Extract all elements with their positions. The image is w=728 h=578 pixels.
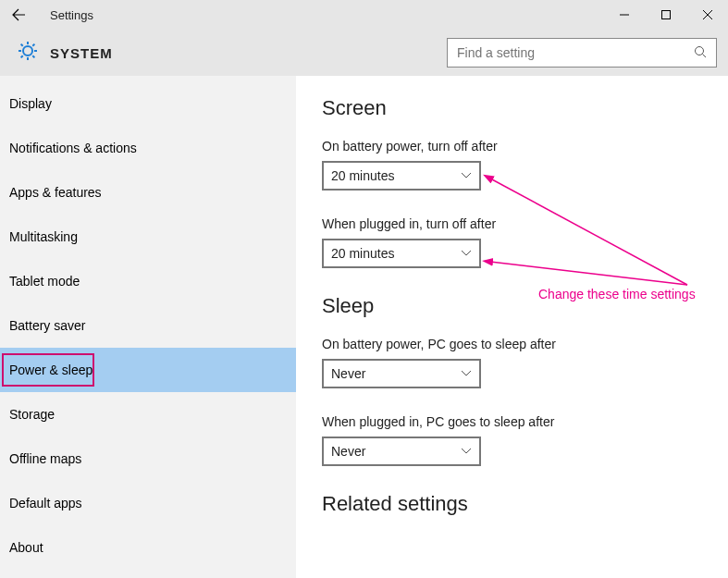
chevron-down-icon (461, 248, 472, 259)
sidebar-item-about[interactable]: About (0, 525, 296, 570)
sidebar-item-label: Tablet mode (9, 274, 80, 289)
sleep-battery-label: On battery power, PC goes to sleep after (322, 337, 728, 351)
back-button[interactable] (0, 0, 37, 30)
sidebar-item-battery[interactable]: Battery saver (0, 303, 296, 348)
sleep-plugged-label: When plugged in, PC goes to sleep after (322, 414, 728, 429)
back-arrow-icon (11, 7, 26, 22)
window-title: Settings (50, 8, 93, 22)
system-heading: SYSTEM (50, 45, 113, 61)
svg-line-6 (703, 54, 707, 57)
search-icon (694, 45, 707, 61)
screen-battery-select[interactable]: 20 minutes (322, 161, 481, 191)
sidebar-item-label: Display (9, 96, 52, 111)
window-controls (603, 0, 728, 30)
svg-point-5 (696, 46, 704, 55)
related-heading: Related settings (322, 492, 728, 516)
sidebar: Display Notifications & actions Apps & f… (0, 76, 296, 578)
search-input[interactable] (457, 45, 694, 60)
sidebar-item-power-sleep[interactable]: Power & sleep (0, 348, 296, 392)
screen-heading: Screen (322, 96, 728, 120)
search-box[interactable] (447, 38, 717, 68)
sleep-plugged-select[interactable]: Never (322, 437, 481, 466)
sidebar-item-label: About (9, 540, 43, 555)
sidebar-item-display[interactable]: Display (0, 81, 296, 126)
svg-point-4 (23, 46, 32, 55)
screen-plugged-label: When plugged in, turn off after (322, 216, 728, 231)
select-value: Never (331, 444, 365, 459)
select-value: Never (331, 366, 365, 381)
maximize-button[interactable] (645, 0, 686, 30)
select-value: 20 minutes (331, 168, 394, 183)
sidebar-item-default-apps[interactable]: Default apps (0, 481, 296, 525)
main-content: Screen On battery power, turn off after … (296, 76, 728, 578)
sidebar-item-tablet[interactable]: Tablet mode (0, 259, 296, 303)
sidebar-item-label: Battery saver (9, 318, 85, 333)
sidebar-item-notifications[interactable]: Notifications & actions (0, 126, 296, 170)
chevron-down-icon (461, 170, 472, 181)
annotation-text: Change these time settings (538, 287, 696, 301)
svg-rect-1 (661, 11, 670, 19)
screen-battery-label: On battery power, turn off after (322, 139, 728, 154)
header: SYSTEM (0, 30, 728, 76)
sidebar-item-label: Multitasking (9, 229, 78, 244)
sidebar-item-offline-maps[interactable]: Offline maps (0, 437, 296, 481)
chevron-down-icon (461, 368, 472, 379)
titlebar: Settings (0, 0, 728, 30)
close-button[interactable] (686, 0, 728, 30)
sidebar-item-multitasking[interactable]: Multitasking (0, 215, 296, 259)
sidebar-item-storage[interactable]: Storage (0, 392, 296, 437)
sidebar-item-label: Notifications & actions (9, 141, 137, 155)
sleep-battery-select[interactable]: Never (322, 359, 481, 388)
sidebar-item-label: Power & sleep (9, 363, 93, 377)
sidebar-item-apps[interactable]: Apps & features (0, 170, 296, 215)
sidebar-item-label: Default apps (9, 496, 82, 510)
sidebar-item-label: Offline maps (9, 451, 81, 466)
minimize-button[interactable] (603, 0, 645, 30)
sidebar-item-label: Apps & features (9, 185, 102, 200)
screen-plugged-select[interactable]: 20 minutes (322, 239, 481, 268)
gear-icon (17, 40, 39, 66)
sidebar-item-label: Storage (9, 407, 55, 422)
chevron-down-icon (461, 446, 472, 457)
select-value: 20 minutes (331, 246, 394, 261)
